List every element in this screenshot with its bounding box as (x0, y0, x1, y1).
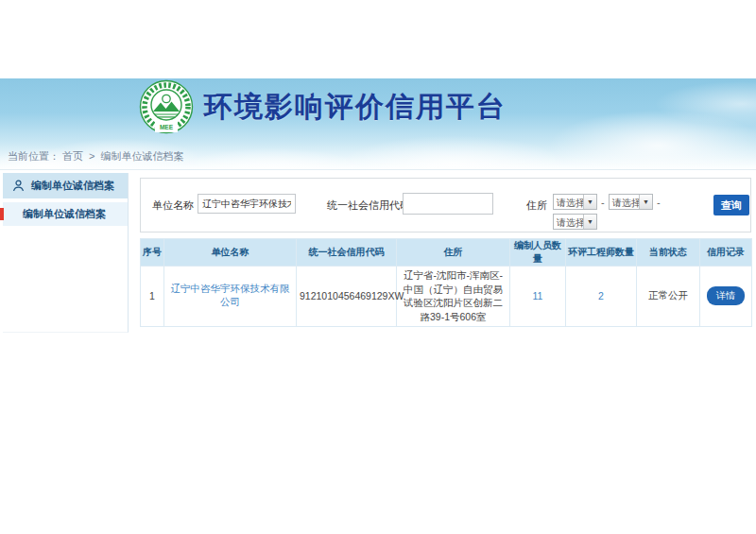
col-credit-code: 统一社会信用代码 (297, 239, 397, 267)
sidebar-item-label: 编制单位诚信档案 (23, 207, 106, 221)
col-address: 住所 (397, 239, 510, 267)
brand: MEE 环境影响评价信用平台 (139, 79, 507, 134)
sidebar-header: 编制单位诚信档案 (3, 173, 128, 198)
col-staff-count: 编制人员数量 (510, 239, 566, 267)
chevron-down-icon: ▼ (583, 195, 596, 209)
svg-text:MEE: MEE (160, 124, 174, 130)
chevron-down-icon: ▼ (583, 215, 596, 229)
district-select[interactable]: 请选择 ▼ (553, 214, 597, 230)
user-icon (12, 180, 25, 192)
col-index: 序号 (141, 239, 164, 267)
col-engineer-count: 环评工程师数量 (566, 239, 637, 267)
cell-address: 辽宁省-沈阳市-浑南区-中国（辽宁）自由贸易试验区沈阳片区创新二路39-1号60… (397, 267, 510, 327)
unit-name-input[interactable] (198, 194, 296, 214)
sidebar-item-archives[interactable]: 编制单位诚信档案 (3, 202, 128, 226)
col-status: 当前状态 (637, 239, 700, 267)
results-table: 序号 单位名称 统一社会信用代码 住所 编制人员数量 环评工程师数量 当前状态 … (140, 238, 752, 327)
address-separator: - (601, 197, 605, 208)
mee-logo-icon: MEE (139, 79, 194, 134)
cell-status: 正常公开 (637, 267, 700, 327)
cell-credit-code: 9121010456469129XW (297, 267, 397, 327)
table-header-row: 序号 单位名称 统一社会信用代码 住所 编制人员数量 环评工程师数量 当前状态 … (141, 239, 752, 267)
col-credit-record: 信用记录 (700, 239, 752, 267)
city-select[interactable]: 请选择 ▼ (609, 194, 653, 210)
breadcrumb-label: 当前位置： (8, 150, 60, 162)
province-select[interactable]: 请选择 ▼ (553, 194, 597, 210)
page: MEE 环境影响评价信用平台 当前位置：首页 > 编制单位诚信档案 编制单位诚信… (0, 0, 756, 534)
page-title: 环境影响评价信用平台 (204, 88, 507, 127)
address-separator: - (657, 197, 661, 208)
staff-count-link[interactable]: 11 (533, 290, 543, 301)
breadcrumb: 当前位置：首页 > 编制单位诚信档案 (8, 149, 187, 164)
search-panel: 单位名称 ： 统一社会信用代码 ： 住所 ： 请选择 ▼ - 请选择 ▼ - 请… (140, 178, 751, 233)
breadcrumb-current: 编制单位诚信档案 (101, 150, 184, 162)
sidebar: 编制单位诚信档案 编制单位诚信档案 (3, 173, 129, 333)
breadcrumb-separator: > (89, 150, 94, 162)
col-unit-name: 单位名称 (164, 239, 297, 267)
cell-index: 1 (141, 267, 164, 327)
unit-name-link[interactable]: 辽宁中咨华宇环保技术有限公司 (171, 283, 290, 307)
engineer-count-link[interactable]: 2 (598, 290, 604, 301)
detail-button[interactable]: 详情 (707, 286, 745, 305)
table-row: 1 辽宁中咨华宇环保技术有限公司 9121010456469129XW 辽宁省-… (141, 267, 752, 327)
search-button[interactable]: 查询 (713, 195, 749, 215)
breadcrumb-home-link[interactable]: 首页 (62, 150, 83, 162)
credit-code-input[interactable] (403, 193, 493, 215)
sidebar-header-label: 编制单位诚信档案 (31, 179, 114, 193)
chevron-down-icon: ▼ (639, 195, 652, 209)
